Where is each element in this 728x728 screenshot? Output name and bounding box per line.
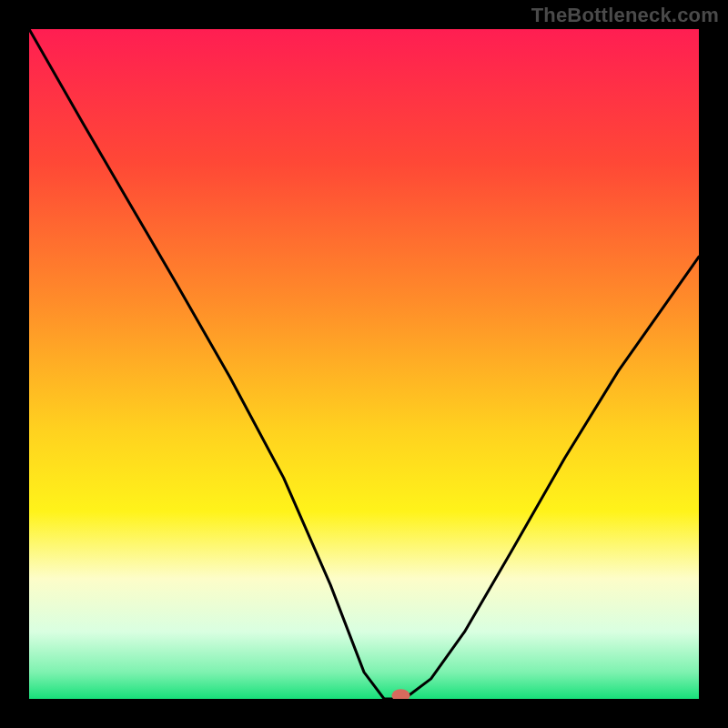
chart-plot-area <box>29 29 699 699</box>
chart-background <box>29 29 699 699</box>
chart-frame: TheBottleneck.com <box>0 0 728 728</box>
chart-svg <box>29 29 699 699</box>
watermark-text: TheBottleneck.com <box>531 4 719 27</box>
